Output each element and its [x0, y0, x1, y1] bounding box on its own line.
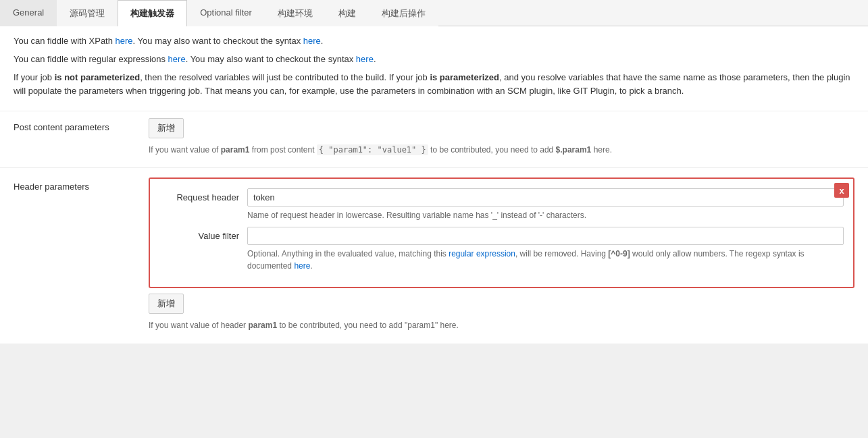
post-content-label: Post content parameters — [14, 118, 149, 132]
post-content-content: 新增 If you want value of param1 from post… — [149, 118, 854, 161]
tab-bar: General 源码管理 构建触发器 Optional filter 构建环境 … — [0, 0, 868, 26]
tab-trigger[interactable]: 构建触发器 — [118, 0, 187, 26]
tab-build-env[interactable]: 构建环境 — [265, 0, 326, 26]
regex-text-before: You can fiddle with regular expressions — [14, 54, 168, 64]
value-filter-bold: [^0-9] — [608, 249, 630, 258]
request-header-content: Name of request header in lowercase. Res… — [247, 188, 844, 221]
info-paragraph: If your job is not parameterized, then t… — [14, 71, 854, 99]
value-filter-help-text-before: Optional. Anything in the evaluated valu… — [247, 249, 449, 258]
content-area: You can fiddle with XPath here. You may … — [0, 26, 868, 344]
tab-source[interactable]: 源码管理 — [57, 0, 118, 26]
value-filter-row: Value filter Optional. Anything in the e… — [159, 227, 844, 272]
header-params-add-btn[interactable]: 新增 — [149, 294, 184, 314]
post-content-row: Post content parameters 新增 If you want v… — [0, 111, 868, 167]
header-params-row: Header parameters x Request header Name … — [0, 167, 868, 343]
regex-line: You can fiddle with regular expressions … — [14, 53, 854, 67]
xpath-text-mid: . You may also want to checkout the synt… — [133, 36, 303, 46]
xpath-link1[interactable]: here — [116, 36, 133, 46]
header-params-footer-help: If you want value of header param1 to be… — [149, 319, 854, 332]
regex-text-after: . — [374, 54, 376, 64]
tab-post-build[interactable]: 构建后操作 — [369, 0, 438, 26]
value-filter-label: Value filter — [159, 227, 247, 241]
regular-expression-link[interactable]: regular expression — [449, 249, 515, 258]
intro-section: You can fiddle with XPath here. You may … — [0, 26, 868, 111]
value-filter-input[interactable] — [247, 227, 844, 245]
request-header-row: Request header Name of request header in… — [159, 188, 844, 221]
request-header-label: Request header — [159, 188, 247, 202]
regex-link2[interactable]: here — [356, 54, 374, 64]
tab-optional-filter[interactable]: Optional filter — [187, 0, 265, 26]
tab-build[interactable]: 构建 — [326, 0, 369, 26]
close-header-param-btn[interactable]: x — [834, 183, 849, 198]
header-params-content: x Request header Name of request header … — [149, 177, 854, 336]
header-params-label: Header parameters — [14, 177, 149, 192]
xpath-text-before: You can fiddle with XPath — [14, 36, 116, 46]
value-filter-content: Optional. Anything in the evaluated valu… — [247, 227, 844, 272]
tab-general[interactable]: General — [0, 0, 57, 26]
value-filter-help-text-mid: , will be removed. Having — [515, 249, 608, 258]
regex-text-mid: . You may also want to checkout the synt… — [186, 54, 356, 64]
page-wrapper: General 源码管理 构建触发器 Optional filter 构建环境 … — [0, 0, 868, 344]
value-filter-help: Optional. Anything in the evaluated valu… — [247, 248, 844, 272]
xpath-link2[interactable]: here — [303, 36, 321, 46]
post-content-help: If you want value of param1 from post co… — [149, 144, 854, 157]
post-content-add-btn[interactable]: 新增 — [149, 118, 184, 138]
regex-link1[interactable]: here — [168, 54, 186, 64]
request-header-help: Name of request header in lowercase. Res… — [247, 209, 844, 221]
value-filter-help-end: . — [310, 261, 312, 271]
xpath-text-after: . — [321, 36, 324, 46]
request-header-input[interactable] — [247, 188, 844, 207]
xpath-line: You can fiddle with XPath here. You may … — [14, 34, 854, 49]
here-link[interactable]: here — [294, 261, 310, 271]
header-params-box: x Request header Name of request header … — [149, 177, 854, 288]
